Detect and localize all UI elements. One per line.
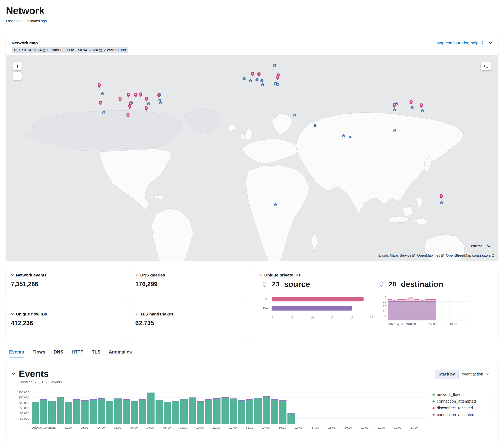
- map-home-marker[interactable]: [242, 76, 246, 80]
- histogram-bar: [180, 399, 188, 424]
- histogram-bar: [48, 401, 56, 424]
- axis-tick-label: 14:00: [262, 426, 270, 429]
- map-home-marker[interactable]: [255, 77, 259, 81]
- map-home-marker[interactable]: [393, 128, 397, 132]
- tab-events[interactable]: Events: [9, 349, 24, 357]
- tab-http[interactable]: HTTP: [72, 349, 83, 357]
- legend-label: connection_accepted: [437, 412, 474, 417]
- legend-options-button[interactable]: [489, 412, 492, 417]
- map-pin-marker[interactable]: [98, 83, 101, 88]
- legend-item[interactable]: disconnect_received: [432, 406, 492, 410]
- map-pin-marker[interactable]: [118, 97, 122, 102]
- map-home-marker[interactable]: [421, 108, 424, 112]
- map-pin-marker[interactable]: [276, 75, 279, 80]
- chevron-down-icon[interactable]: [259, 273, 262, 276]
- histogram-bar: [65, 402, 72, 424]
- histogram-bar: [263, 396, 270, 424]
- attribution-link[interactable]: OpenStreetMap contributors: [446, 253, 494, 258]
- chevron-down-icon[interactable]: [135, 313, 138, 316]
- legend-options-button[interactable]: [489, 399, 492, 404]
- map-home-marker[interactable]: [249, 79, 252, 83]
- attribution-link[interactable]: Elastic Maps Service: [378, 253, 415, 258]
- map-home-marker[interactable]: [342, 133, 345, 137]
- unique-ips-stats: 23 source 20 destination: [259, 280, 493, 289]
- map-home-marker[interactable]: [101, 91, 105, 95]
- map-pin-marker[interactable]: [251, 72, 254, 76]
- histogram-bar: [246, 399, 253, 424]
- stack-by-value: event.action: [462, 372, 483, 376]
- map-home-marker[interactable]: [102, 110, 106, 114]
- map-home-marker[interactable]: [348, 135, 352, 139]
- axis-tick-label: 12:00: [429, 322, 437, 326]
- map-pin-marker[interactable]: [126, 113, 129, 118]
- stack-by-select[interactable]: event.action: [459, 370, 492, 379]
- mini-bar-fill: [272, 306, 352, 311]
- map-home-marker[interactable]: [393, 108, 396, 112]
- map-home-marker[interactable]: [274, 203, 278, 206]
- events-chart: 050,000100,000150,000200,000250,000300,0…: [12, 392, 492, 434]
- axis-tick-label: 18:00: [450, 322, 457, 326]
- legend-item[interactable]: connection_accepted: [432, 412, 492, 417]
- map-home-marker[interactable]: [273, 63, 277, 67]
- map-home-marker[interactable]: [293, 113, 297, 117]
- attribution-link[interactable]: OpenMapTiles: [417, 253, 444, 258]
- map-canvas[interactable]: + − zoom: 1.74 Elastic Maps Service, Ope…: [6, 55, 498, 261]
- legend-color-dot: [432, 400, 435, 402]
- map-configuration-help-link[interactable]: Map configuration help: [436, 41, 483, 45]
- legend-label: network_flow: [437, 392, 460, 397]
- map-pin-marker[interactable]: [439, 194, 443, 199]
- network-map-panel: Network map Map configuration help Feb 1…: [5, 36, 499, 261]
- map-pin-marker[interactable]: [145, 97, 148, 102]
- chevron-down-icon[interactable]: [135, 273, 138, 276]
- map-home-marker[interactable]: [440, 200, 444, 204]
- calendar-icon: [14, 48, 18, 52]
- tab-tls[interactable]: TLS: [92, 349, 100, 357]
- map-zoom-out-button[interactable]: −: [13, 72, 22, 80]
- tab-flows[interactable]: Flows: [32, 349, 45, 357]
- tab-dns[interactable]: DNS: [54, 349, 63, 357]
- axis-tick-label: 22:00: [394, 426, 402, 429]
- axis-tick-label: 20:00: [361, 426, 368, 429]
- map-home-marker[interactable]: [276, 82, 280, 86]
- histogram-bar: [123, 399, 130, 424]
- map-home-marker[interactable]: [260, 78, 264, 82]
- map-home-marker[interactable]: [313, 123, 317, 127]
- legend-item[interactable]: connection_attempted: [432, 399, 492, 404]
- histogram-bar: [81, 400, 89, 424]
- map-pin-marker[interactable]: [420, 103, 423, 108]
- unique-ips-charts: Src.Dest.0510152025 252015105 00:0006:00…: [259, 296, 493, 330]
- map-zoom-in-button[interactable]: +: [13, 62, 22, 70]
- legend-options-button[interactable]: [489, 392, 492, 397]
- histogram-bar: [221, 397, 229, 424]
- legend-item[interactable]: network_flow: [432, 392, 492, 397]
- map-pin-marker[interactable]: [393, 103, 396, 108]
- tab-anomalies[interactable]: Anomalies: [109, 349, 132, 357]
- map-panel-collapse-button[interactable]: [489, 41, 492, 45]
- chevron-down-icon[interactable]: [11, 273, 14, 276]
- events-showing-count: Showing: 7,351,305 events: [19, 380, 62, 384]
- legend-options-button[interactable]: [489, 406, 492, 410]
- histogram-bar: [90, 399, 97, 424]
- map-home-marker[interactable]: [261, 83, 264, 87]
- map-home-marker[interactable]: [159, 101, 162, 104]
- source-label: source: [284, 280, 310, 289]
- map-pin-marker[interactable]: [127, 93, 130, 98]
- map-pin-marker[interactable]: [157, 93, 161, 98]
- chevron-down-icon[interactable]: [11, 313, 14, 316]
- attribution-label: OpenStreetMap contributors: [446, 253, 491, 258]
- axis-tick-label: 20: [350, 316, 353, 319]
- events-collapse-button[interactable]: [12, 372, 16, 376]
- map-pin-marker[interactable]: [409, 100, 413, 105]
- area-plot: 00:0006:0012:0018:00February 14, 2024: [388, 297, 470, 330]
- map-legend-toggle-button[interactable]: [481, 62, 491, 70]
- map-pin-marker[interactable]: [99, 101, 102, 105]
- map-pin-marker[interactable]: [128, 104, 131, 109]
- map-home-marker[interactable]: [147, 101, 150, 105]
- map-pin-marker[interactable]: [134, 93, 138, 98]
- map-pin-marker[interactable]: [139, 92, 143, 97]
- map-pin-marker[interactable]: [257, 72, 261, 77]
- map-home-marker[interactable]: [410, 105, 414, 109]
- map-pin-marker[interactable]: [144, 106, 148, 111]
- axis-tick-label: 300,000: [18, 391, 29, 394]
- axis-tick-label: 15: [330, 316, 334, 319]
